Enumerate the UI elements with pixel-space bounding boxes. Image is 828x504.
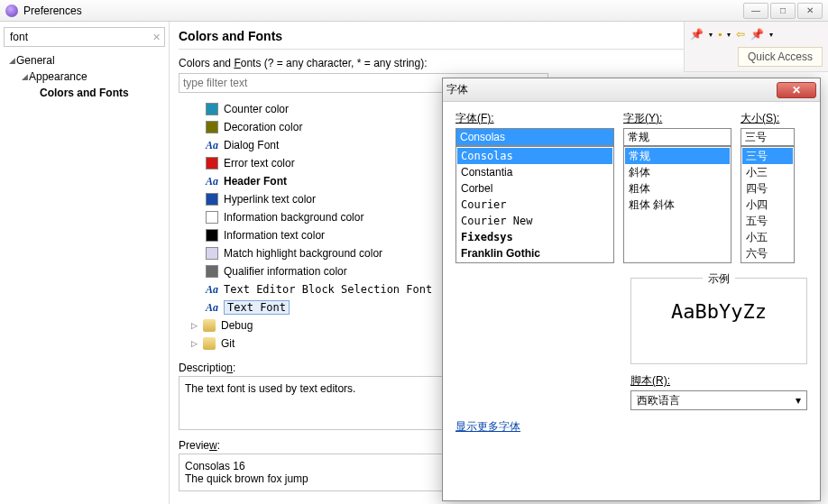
- list-item-label: Qualifier information color: [224, 265, 347, 278]
- list-item-label: Error text color: [224, 157, 295, 170]
- color-swatch-icon: [206, 211, 218, 224]
- window-controls: — □ ✕: [743, 3, 823, 19]
- folder-icon: [203, 319, 216, 332]
- list-option[interactable]: Corbel: [457, 180, 612, 197]
- sample-label: 示例: [703, 271, 735, 287]
- font-style-list[interactable]: 常规斜体粗体粗体 斜体: [623, 146, 731, 263]
- list-option[interactable]: Franklin Gothic: [457, 245, 612, 261]
- font-dialog-close[interactable]: ✕: [777, 82, 816, 98]
- font-style-label: 字形(Y):: [623, 111, 731, 126]
- folder-label: Git: [221, 337, 235, 350]
- color-swatch-icon: [206, 103, 218, 115]
- list-option[interactable]: 粗体: [625, 180, 730, 197]
- font-family-list[interactable]: ConsolasConstantiaCorbelCourierCourier N…: [455, 146, 614, 263]
- list-option[interactable]: Constantia: [457, 164, 612, 180]
- list-option[interactable]: 常规: [625, 148, 730, 164]
- list-item-label: Match highlight background color: [224, 247, 382, 260]
- font-size-input[interactable]: [741, 128, 795, 146]
- list-option[interactable]: 斜体: [625, 164, 730, 180]
- font-size-label: 大小(S):: [741, 111, 795, 126]
- color-swatch-icon: [206, 193, 218, 206]
- maximize-button[interactable]: □: [770, 3, 796, 19]
- list-item-label: Counter color: [224, 103, 289, 115]
- more-fonts-link[interactable]: 显示更多字体: [455, 419, 807, 435]
- list-item-label: Decoration color: [224, 121, 302, 133]
- list-option[interactable]: 六号: [742, 245, 793, 261]
- list-option[interactable]: 小四: [742, 197, 793, 213]
- list-option[interactable]: 三号: [742, 148, 793, 164]
- list-option[interactable]: 小五: [742, 229, 793, 245]
- font-family-label: 字体(F):: [455, 111, 614, 126]
- list-option[interactable]: 粗体 斜体: [625, 197, 730, 213]
- clear-filter-icon[interactable]: ✕: [152, 32, 161, 43]
- list-option[interactable]: Courier New: [457, 213, 612, 229]
- font-style-input[interactable]: [623, 128, 731, 146]
- list-item-label: Text Editor Block Selection Font: [224, 283, 432, 296]
- script-select[interactable]: 西欧语言 ▾: [630, 390, 807, 410]
- color-swatch-icon: [206, 157, 218, 170]
- color-swatch-icon: [206, 247, 218, 260]
- minimize-button[interactable]: —: [743, 3, 768, 19]
- twisty-open-icon: ◢: [20, 72, 29, 81]
- font-icon: Aa: [206, 139, 218, 152]
- tree-label: Colors and Fonts: [40, 87, 129, 99]
- twisty-closed-icon: ▷: [191, 339, 198, 348]
- font-family-input[interactable]: [455, 128, 614, 146]
- font-icon: Aa: [206, 283, 218, 297]
- page-title: Colors and Fonts: [179, 29, 282, 43]
- folder-icon: [203, 337, 216, 350]
- font-size-list[interactable]: 三号小三四号小四五号小五六号: [741, 146, 795, 263]
- window-title: Preferences: [23, 5, 743, 17]
- list-option[interactable]: 四号: [742, 180, 793, 197]
- script-label: 脚本(R):: [630, 373, 807, 389]
- preferences-nav: ✕ ◢ General ◢ Appearance Colors and Font…: [0, 22, 170, 504]
- list-option[interactable]: 五号: [742, 213, 793, 229]
- color-swatch-icon: [206, 265, 218, 278]
- twisty-open-icon: ◢: [7, 56, 16, 65]
- list-option[interactable]: Consolas: [457, 148, 612, 164]
- font-icon: Aa: [206, 175, 218, 188]
- tree-item-colors-fonts[interactable]: Colors and Fonts: [7, 85, 165, 101]
- tree-label: General: [16, 54, 55, 67]
- pin-icon[interactable]: ▪: [718, 28, 722, 41]
- back-icon[interactable]: ⇦: [736, 28, 745, 41]
- nav-filter-wrapper: ✕: [4, 27, 165, 47]
- color-swatch-icon: [206, 121, 218, 133]
- pin-icon[interactable]: 📌: [750, 28, 764, 41]
- list-item-label: Text Font: [224, 300, 290, 315]
- list-option[interactable]: Fixedsys: [457, 229, 612, 245]
- list-option[interactable]: Courier: [457, 197, 612, 213]
- list-item-label: Information background color: [224, 211, 363, 224]
- quick-access[interactable]: Quick Access: [738, 47, 823, 67]
- script-value: 西欧语言: [637, 393, 680, 408]
- font-dialog: 字体 ✕ 字体(F): ConsolasConstantiaCorbelCour…: [442, 78, 821, 501]
- tree-item-appearance[interactable]: ◢ Appearance: [7, 69, 165, 85]
- twisty-closed-icon: ▷: [191, 321, 198, 330]
- nav-filter-input[interactable]: [8, 30, 148, 44]
- chevron-down-icon: ▾: [796, 394, 801, 407]
- tree-label: Appearance: [29, 70, 87, 83]
- list-item-label: Dialog Font: [224, 139, 279, 151]
- tree-item-general[interactable]: ◢ General: [7, 52, 165, 69]
- list-item-label: Information text color: [224, 229, 325, 242]
- folder-label: Debug: [221, 319, 253, 332]
- pref-close-button[interactable]: ✕: [797, 3, 823, 19]
- preferences-titlebar: Preferences — □ ✕: [0, 0, 828, 22]
- pin-icon[interactable]: 📌: [690, 28, 704, 41]
- list-item-label: Header Font: [224, 175, 287, 188]
- list-item-label: Hyperlink text color: [224, 193, 316, 206]
- sample-text: AaBbYyZz: [671, 300, 767, 323]
- font-icon: Aa: [206, 301, 218, 315]
- font-dialog-title: 字体: [446, 82, 468, 97]
- workbench-toolbar-fragment: 📌▾ ▪▾ ⇦ 📌▾ Quick Access: [684, 22, 828, 72]
- eclipse-icon: [5, 5, 18, 17]
- sample-group: 示例 AaBbYyZz: [630, 278, 807, 364]
- list-option[interactable]: 小三: [742, 164, 793, 180]
- color-swatch-icon: [206, 229, 218, 242]
